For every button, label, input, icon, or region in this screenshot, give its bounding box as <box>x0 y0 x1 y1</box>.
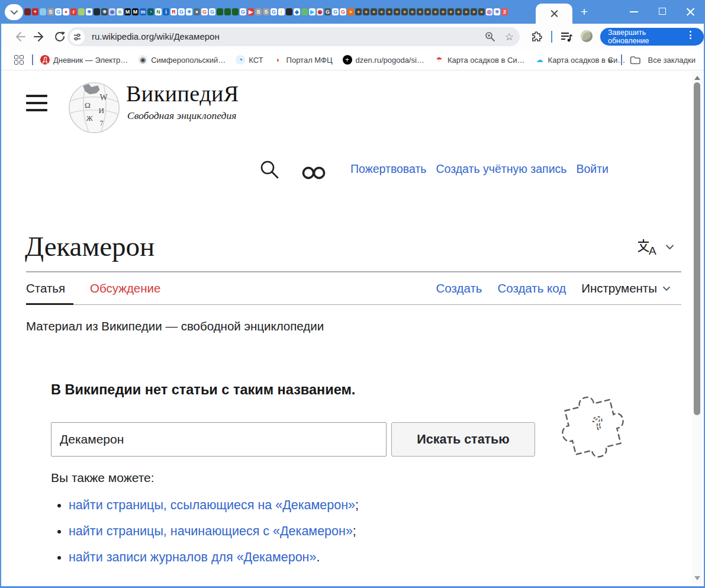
browser-tab-favicon[interactable] <box>94 8 100 15</box>
wikipedia-globe-logo[interactable]: W Ω И Ж 7 <box>66 79 122 134</box>
browser-tab-favicon[interactable]: S <box>47 8 54 15</box>
browser-tab-favicon[interactable]: n <box>117 8 123 15</box>
browser-tab-favicon[interactable]: ● <box>401 8 408 15</box>
browser-tab-favicon[interactable]: N <box>155 8 162 15</box>
bookmark-item[interactable]: + dzen.ru/pogoda/si… <box>343 55 424 65</box>
browser-tab-favicon[interactable]: m <box>140 8 146 15</box>
url-text[interactable]: ru.wikipedia.org/wiki/Декамерон <box>92 27 220 46</box>
browser-tab-favicon[interactable]: ☀ <box>86 8 92 15</box>
browser-tab-favicon[interactable]: ● <box>386 8 392 15</box>
media-controls-icon[interactable] <box>560 31 573 43</box>
browser-tab-favicon[interactable]: ● <box>194 8 200 15</box>
browser-tab-favicon[interactable]: ● <box>440 8 446 15</box>
browser-tab-favicon[interactable]: ▶ <box>247 8 254 15</box>
browser-tab-favicon[interactable]: G <box>201 8 208 15</box>
bookmark-item[interactable]: ◔ КСТ <box>236 55 263 65</box>
update-browser-button[interactable]: Завершить обновление <box>600 28 704 46</box>
extension-sprite-icon[interactable] <box>581 30 593 42</box>
zoom-icon[interactable] <box>485 31 495 42</box>
browser-tab-favicon[interactable]: ● <box>455 8 462 15</box>
tools-menu-button[interactable]: Инструменты <box>581 281 671 295</box>
browser-tab-favicon[interactable]: ● <box>371 8 377 15</box>
window-close-button[interactable] <box>685 7 696 17</box>
scrollbar-down-arrow[interactable] <box>694 576 700 580</box>
browser-tab-favicon[interactable]: ● <box>432 8 439 15</box>
browser-tab-favicon[interactable]: ● <box>463 8 469 15</box>
bookmark-item[interactable]: ◉ Симферопольский… <box>138 55 226 65</box>
tab-search-button[interactable] <box>5 4 23 20</box>
browser-tab-favicon[interactable]: ● <box>355 8 362 15</box>
back-button[interactable] <box>13 30 26 43</box>
browser-tab-favicon[interactable]: R <box>170 8 177 15</box>
scrollbar-up-arrow[interactable] <box>694 76 700 80</box>
tab-article[interactable]: Статья <box>26 281 65 295</box>
browser-tab-favicon[interactable]: ● <box>417 8 423 15</box>
browser-tab-favicon[interactable]: ● <box>63 8 69 15</box>
browser-tab-favicon[interactable]: 2 <box>501 8 508 15</box>
search-article-button[interactable]: Искать статью <box>391 422 535 457</box>
browser-tab-favicon[interactable]: ▶ <box>309 8 316 15</box>
browser-titlebar[interactable]: +SG●r☀☀◉nMMm◔NiRG☀●GGG▶SSGi◆▶◉GGG●●●●●●●… <box>0 0 705 24</box>
tab-close-icon[interactable] <box>551 10 558 18</box>
address-bar[interactable]: ru.wikipedia.org/wiki/Декамерон ☆ <box>67 27 520 46</box>
window-maximize-button[interactable] <box>659 8 666 15</box>
browser-tab-favicon[interactable]: G <box>240 8 246 15</box>
new-tab-button[interactable]: + <box>577 5 591 19</box>
suggestion-link[interactable]: найти страницы, начинающиеся с «Декамеро… <box>69 524 353 538</box>
browser-tab-favicon[interactable] <box>232 8 239 15</box>
browser-tab-favicon[interactable]: G <box>332 8 339 15</box>
browser-tab-favicon[interactable]: M <box>124 8 131 15</box>
apps-grid-icon[interactable] <box>14 55 24 65</box>
browser-tab-favicon[interactable]: G <box>324 8 331 15</box>
extensions-puzzle-icon[interactable] <box>530 31 543 43</box>
browser-tab-favicon[interactable]: r <box>70 8 77 15</box>
browser-menu-icon[interactable] <box>690 31 691 39</box>
browser-tab-favicon[interactable] <box>217 8 223 15</box>
browser-tab-favicon[interactable]: ◎ <box>486 8 492 15</box>
browser-tab-favicon[interactable]: ☀ <box>186 8 192 15</box>
browser-tab-favicon[interactable]: ◆ <box>294 8 300 15</box>
browser-tab-favicon[interactable] <box>24 8 31 15</box>
wiki-nav-link[interactable]: Создать учётную запись <box>436 162 567 176</box>
browser-tab-favicon[interactable]: M <box>132 8 139 15</box>
browser-tab-favicon[interactable]: ◉ <box>317 8 323 15</box>
browser-tab-favicon[interactable] <box>224 8 231 15</box>
tab-create-code[interactable]: Создать код <box>497 281 566 295</box>
browser-tab-favicon[interactable]: G <box>340 8 346 15</box>
all-bookmarks-button[interactable]: Все закладки <box>648 56 696 65</box>
browser-tab-favicon[interactable]: ● <box>424 8 431 15</box>
browser-tab-favicon[interactable]: i <box>278 8 285 15</box>
browser-tab-favicon[interactable]: ☀ <box>494 8 500 15</box>
scrollbar-thumb[interactable] <box>694 82 700 415</box>
browser-tab-favicon[interactable] <box>78 8 85 15</box>
browser-tab-favicon[interactable]: ● <box>478 8 485 15</box>
browser-tab-favicon[interactable] <box>286 8 292 15</box>
browser-tab-favicon[interactable]: ◉ <box>109 8 115 15</box>
browser-tab-favicon[interactable]: ● <box>409 8 416 15</box>
article-search-input[interactable] <box>51 422 387 457</box>
bookmark-item[interactable]: Д Дневник — Электр… <box>40 55 128 65</box>
browser-tab-favicon[interactable]: G <box>178 8 185 15</box>
wiki-nav-link[interactable]: Войти <box>576 162 609 176</box>
tab-create[interactable]: Создать <box>436 281 482 295</box>
bookmarks-overflow-button[interactable]: » <box>608 55 613 65</box>
browser-tab-favicon[interactable] <box>40 8 46 15</box>
search-icon[interactable] <box>259 159 281 181</box>
appearance-glasses-icon[interactable] <box>301 165 329 181</box>
browser-tab-favicon[interactable]: G <box>55 8 62 15</box>
main-menu-hamburger-button[interactable] <box>26 95 47 111</box>
wiki-nav-link[interactable]: Пожертвовать <box>350 162 427 176</box>
vertical-scrollbar[interactable] <box>692 72 702 584</box>
suggestion-link[interactable]: найти страницы, ссылающиеся на «Декамеро… <box>69 498 355 512</box>
browser-tab-favicon[interactable]: ● <box>448 8 454 15</box>
browser-tab-favicon[interactable]: + <box>32 8 38 15</box>
browser-tab-favicon[interactable]: ● <box>347 8 354 15</box>
window-minimize-button[interactable] <box>630 11 638 12</box>
bookmark-item[interactable]: ☂ Карта осадков в Си… <box>434 55 525 65</box>
site-info-button[interactable] <box>70 30 85 44</box>
browser-tab-favicon[interactable]: ● <box>471 8 477 15</box>
forward-button[interactable] <box>33 30 46 43</box>
suggestion-link[interactable]: найти записи журналов для «Декамерон» <box>69 550 316 564</box>
tab-talk-redlink[interactable]: Обсуждение <box>90 281 160 295</box>
bookmark-star-icon[interactable]: ☆ <box>505 32 514 42</box>
